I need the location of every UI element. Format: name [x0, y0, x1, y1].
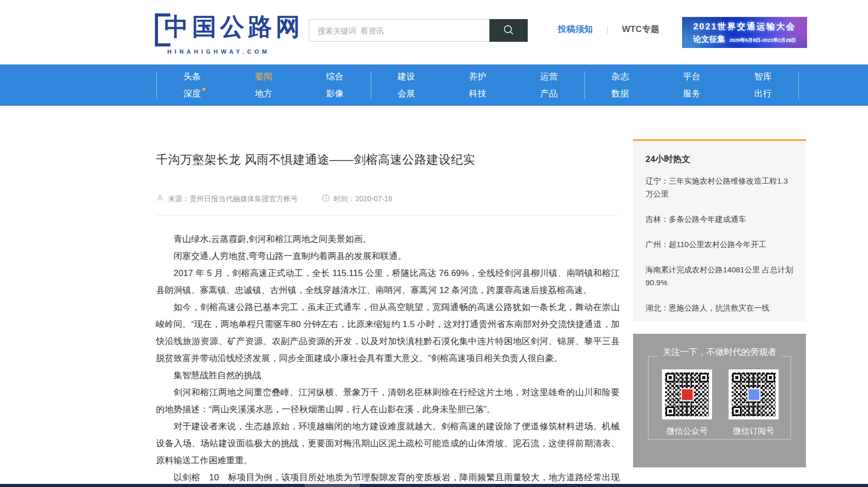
- nav-col-operation: 运营 产品: [513, 64, 585, 106]
- article-time-label: 时间：2020-07-18: [334, 194, 392, 204]
- qr-finder-icon: [666, 373, 675, 382]
- hot-articles-title: 24小时热文: [645, 153, 794, 165]
- article-time: 时间：2020-07-18: [322, 194, 392, 204]
- magnifier-icon: [502, 24, 515, 38]
- hot-article-link[interactable]: 广州：超110公里农村公路今年开工: [645, 238, 794, 251]
- qr-code-public-icon: [665, 372, 709, 416]
- qr-label: 微信公众号: [662, 426, 712, 437]
- paragraph: 2017 年 5 月，剑榕高速正式动工，全长 115.115 公里，桥隧比高达 …: [156, 265, 620, 299]
- qr-finder-icon: [699, 373, 708, 382]
- nav-item-fuwu[interactable]: 服务: [683, 88, 700, 100]
- qr-finder-icon: [732, 373, 741, 382]
- follow-us-box: 关注一下，不做时代的旁观者 微信公众号 微信订阅号: [633, 334, 806, 467]
- hot-article-link[interactable]: 吉林：多条公路今年建成通车: [645, 213, 794, 225]
- nav-col-headlines: 头条 深度: [156, 64, 228, 106]
- banner-call-for-papers: 论文征集: [693, 35, 725, 43]
- paragraph-subheading: 集智慧战胜自然的挑战: [156, 367, 620, 384]
- search-button[interactable]: [490, 19, 528, 42]
- banner-line1: 2021世界交通运输大会: [682, 21, 807, 33]
- article-body: 青山绿水,云蒸霞蔚,剑河和榕江两地之间美景如画。 闭塞交通,人穷地贫,弯弯山路一…: [156, 231, 620, 487]
- article-divider: [156, 215, 618, 216]
- horizontal-scrollbar: [0, 484, 868, 487]
- scrollbar-thumb[interactable]: [305, 484, 360, 487]
- nav-item-chanpin[interactable]: 产品: [540, 88, 558, 100]
- nav-col-news: 要闻 地方: [228, 64, 299, 106]
- qr-finder-icon: [666, 407, 675, 416]
- nav-item-yingxiang[interactable]: 影像: [326, 88, 343, 100]
- clock-icon: [322, 194, 330, 204]
- search-bar: [309, 19, 528, 42]
- wtc-conference-ad-banner[interactable]: 2021世界交通运输大会 论文征集 2020年5月8日-2021年2月28日: [682, 17, 807, 48]
- banner-line2: 论文征集 2020年5月8日-2021年2月28日: [682, 34, 807, 45]
- nav-col-construction: 建设 会展: [371, 64, 442, 106]
- search-input[interactable]: [309, 19, 490, 42]
- qr-label: 微信订阅号: [729, 426, 779, 437]
- nav-item-zonghe[interactable]: 综合: [326, 71, 343, 83]
- hot-article-link[interactable]: 湖北：恩施公路人，抗洪救灾在一线: [645, 301, 794, 314]
- nav-item-shendu[interactable]: 深度: [183, 88, 201, 100]
- hot-article-link[interactable]: 海南累计完成农村公路14081公里 占总计划90.9%: [645, 263, 794, 289]
- nav-item-toutiao[interactable]: 头条: [183, 71, 201, 83]
- qr-finder-icon: [732, 407, 741, 416]
- paragraph: 闭塞交通,人穷地贫,弯弯山路一直制约着两县的发展和联通。: [156, 248, 620, 265]
- nav-col-thinktank: 智库 出行: [728, 64, 799, 106]
- nav-item-yunying[interactable]: 运营: [540, 71, 558, 83]
- nav-col-maintenance: 养护 科技: [442, 64, 513, 106]
- nav-item-jianshe[interactable]: 建设: [398, 71, 415, 83]
- nav-col-magazine: 杂志 数据: [585, 64, 656, 106]
- article-source-label: 来源：贵州日报当代融媒体集团官方帐号: [168, 194, 298, 204]
- submission-notice-link[interactable]: 投稿须知: [558, 23, 593, 35]
- paragraph: 如今，剑榕高速公路已基本完工，虽未正式通车，但从高空眺望，宽阔通畅的高速公路犹如…: [156, 299, 620, 367]
- header-link-divider: |: [606, 24, 608, 35]
- qr-center-logo-red: [681, 388, 693, 401]
- follow-title: 关注一下，不做时代的旁观者: [657, 347, 782, 358]
- nav-item-zazhi[interactable]: 杂志: [611, 71, 629, 83]
- nav-item-shuju[interactable]: 数据: [611, 88, 629, 100]
- paragraph: 对于建设者来说，生态越原始，环境越幽闭的地方建设难度就越大。剑榕高速的建设除了便…: [156, 418, 620, 469]
- nav-item-chuxing[interactable]: 出行: [754, 88, 772, 100]
- article-title: 千沟万壑架长龙 风雨不惧建通途——剑榕高速公路建设纪实: [156, 152, 620, 168]
- nav-item-pingtai[interactable]: 平台: [683, 71, 700, 83]
- nav-item-yaowen-active[interactable]: 要闻: [255, 71, 272, 83]
- paragraph: 青山绿水,云蒸霞蔚,剑河和榕江两地之间美景如画。: [156, 231, 620, 248]
- banner-dates: 2020年5月8日-2021年2月28日: [730, 37, 796, 43]
- wtc-topic-link[interactable]: WTC专题: [622, 23, 659, 35]
- header-links: 投稿须知 | WTC专题: [558, 23, 659, 35]
- wechat-official-account: 微信公众号: [662, 369, 712, 437]
- main-navbar: 头条 深度 要闻 地方 综合 影像 建设 会展 养护 科技 运营 产品 杂志 数…: [0, 64, 868, 106]
- article-source: 来源：贵州日报当代融媒体集团官方帐号: [156, 194, 298, 204]
- logo-title: 中国公路网: [164, 12, 304, 41]
- wechat-subscription-account: 微信订阅号: [729, 369, 779, 437]
- new-dot-icon: [202, 88, 206, 91]
- qr-center-logo-blue: [747, 388, 760, 401]
- person-icon: [156, 194, 164, 204]
- qr-finder-icon: [766, 373, 775, 382]
- paragraph: 剑河和榕江两地之间重峦叠嶂、江河纵横、景象万千，清朝名臣林则徐在行经这片土地，对…: [156, 384, 620, 418]
- nav-item-difang[interactable]: 地方: [255, 88, 272, 100]
- site-header: 中国公路网 HINAHIGHWAY.COM 投稿须知 | WTC专题 2021世…: [0, 0, 868, 64]
- nav-item-huizhan[interactable]: 会展: [398, 88, 415, 100]
- article-meta: 来源：贵州日报当代融媒体集团官方帐号 时间：2020-07-18: [156, 194, 392, 204]
- nav-item-keji[interactable]: 科技: [469, 88, 486, 100]
- qr-card: [729, 369, 779, 419]
- qr-code-subscription-icon: [732, 372, 776, 416]
- qr-card: [662, 369, 712, 419]
- nav-col-general: 综合 影像: [299, 64, 370, 106]
- logo-subtitle: HINAHIGHWAY.COM: [167, 48, 304, 55]
- hot-article-link[interactable]: 辽宁：三年实施农村公路维修改造工程1.3万公里: [645, 174, 794, 200]
- nav-item-zhiku[interactable]: 智库: [754, 71, 772, 83]
- nav-col-platform: 平台 服务: [656, 64, 727, 106]
- nav-item-yanghu[interactable]: 养护: [469, 71, 486, 83]
- site-logo[interactable]: 中国公路网 HINAHIGHWAY.COM: [155, 12, 304, 55]
- hot-articles-box: 24小时热文 辽宁：三年实施农村公路维修改造工程1.3万公里 吉林：多条公路今年…: [633, 139, 806, 321]
- nav-columns: 头条 深度 要闻 地方 综合 影像 建设 会展 养护 科技 运营 产品 杂志 数…: [156, 64, 799, 106]
